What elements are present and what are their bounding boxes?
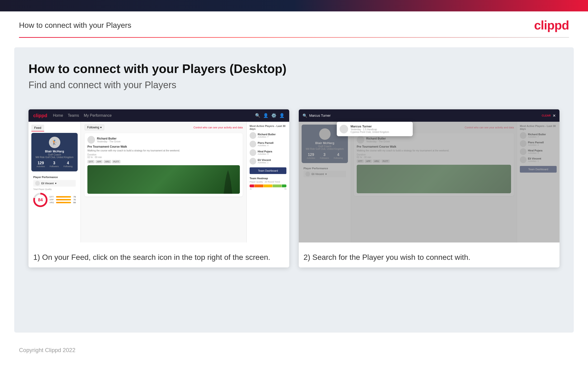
center-feed: Following ▾ Control who can see your act… bbox=[81, 122, 246, 242]
pp-avatar bbox=[35, 181, 40, 186]
tag-ott: OTT bbox=[88, 160, 95, 163]
arg-bar bbox=[56, 202, 71, 203]
pl-avatar bbox=[250, 158, 256, 165]
pl-name: Eli Vincent bbox=[258, 158, 271, 161]
app-tag: APP bbox=[49, 199, 55, 201]
activity-header: Richard Butler Yesterday · The Grove bbox=[88, 136, 240, 144]
search-icon-2: 🔍 bbox=[303, 113, 307, 118]
list-item: Piers Parnell Activities: 4 bbox=[250, 141, 286, 147]
feed-sidebar: Feed 🏌️ Blair McHarg Golf Coach Mill Rid… bbox=[28, 122, 81, 242]
activity-card: Richard Butler Yesterday · The Grove Pre… bbox=[85, 133, 243, 197]
stat-followers: 3 Followers bbox=[50, 161, 59, 168]
pp-chevron: ▾ bbox=[55, 182, 57, 185]
ott-value: 79 bbox=[72, 196, 76, 198]
activity-player-name: Richard Butler bbox=[97, 137, 121, 140]
heatmap-section: Team Heatmap Player Quality · 20 Round T… bbox=[250, 177, 286, 187]
following-btn[interactable]: Following ▾ bbox=[85, 125, 104, 130]
team-dashboard-btn[interactable]: Team Dashboard bbox=[250, 167, 286, 174]
profile-role: Golf Coach bbox=[34, 153, 75, 156]
quality-row-arg: ARG 84 bbox=[49, 201, 76, 204]
heatmap-title: Team Heatmap bbox=[250, 177, 286, 180]
profile-section: 🏌️ Blair McHarg Golf Coach Mill Ride Gol… bbox=[31, 133, 78, 171]
people-icon[interactable]: 👤 bbox=[263, 113, 268, 118]
sr-info: Marcus Turner Yesterday · 1.5 Handicap C… bbox=[351, 125, 389, 133]
quality-row-app: APP 70 bbox=[49, 199, 76, 201]
nav-icons: 🔍 👤 ⚙️ 👤 bbox=[255, 113, 284, 118]
big-score: 84 bbox=[33, 193, 47, 207]
search-icon[interactable]: 🔍 bbox=[255, 113, 260, 118]
pp-player-name: Eli Vincent bbox=[41, 182, 54, 185]
list-item: Richard Butler Activities: 7 bbox=[250, 132, 286, 139]
main-subheading: Find and connect with your Players bbox=[28, 80, 560, 90]
profile-club: Mill Ride Golf Club, United Kingdom bbox=[34, 156, 75, 158]
top-bar bbox=[0, 0, 588, 11]
footer: Copyright Clippd 2022 bbox=[0, 342, 588, 358]
search-result-dropdown: Marcus Turner Yesterday · 1.5 Handicap C… bbox=[337, 122, 413, 136]
tag-app: APP bbox=[96, 160, 103, 163]
nav-teams[interactable]: Teams bbox=[68, 113, 79, 118]
tag-arg: ARG bbox=[104, 160, 111, 163]
heatmap-bar bbox=[250, 184, 286, 187]
feed-tab[interactable]: Feed bbox=[31, 125, 44, 131]
ott-bar bbox=[56, 196, 71, 198]
golfer-silhouette bbox=[221, 170, 235, 194]
activity-title: Pre Tournament Course Walk bbox=[88, 145, 240, 148]
arg-tag: ARG bbox=[49, 201, 55, 204]
app-bar bbox=[56, 199, 71, 200]
right-panel-1: Most Active Players - Last 30 days Richa… bbox=[246, 122, 289, 242]
nav-items: Home Teams My Performance bbox=[53, 113, 112, 118]
screenshots-grid: clippd Home Teams My Performance 🔍 bbox=[28, 109, 560, 267]
main-heading: How to connect with your Players (Deskto… bbox=[28, 62, 560, 76]
activity-duration: Duration 02 hr : 00 min bbox=[88, 153, 240, 158]
activity-tags: OTT APP ARG PUTT bbox=[88, 160, 240, 163]
profile-avatar: 🏌️ bbox=[49, 137, 60, 148]
following-header: Following ▾ Control who can see your act… bbox=[85, 125, 243, 130]
activity-image bbox=[88, 165, 240, 194]
pp-selector[interactable]: Eli Vincent ▾ bbox=[33, 180, 76, 187]
clear-btn[interactable]: CLEAR bbox=[542, 114, 551, 117]
app-mockup-2: clippd Home Teams My Performance bbox=[299, 109, 560, 242]
step-1-desc: 1) On your Feed, click on the search ico… bbox=[28, 242, 289, 267]
ott-tag: OTT bbox=[49, 196, 55, 198]
list-item: Eli Vincent Activities: 1 bbox=[250, 158, 286, 165]
list-item: Hiral Pujara Activities: 3 bbox=[250, 149, 286, 156]
pl-name: Piers Parnell bbox=[258, 141, 273, 144]
search-result-item[interactable]: Marcus Turner Yesterday · 1.5 Handicap C… bbox=[340, 125, 410, 133]
duration-value: 02 hr : 00 min bbox=[88, 156, 102, 158]
header: How to connect with your Players clippd bbox=[0, 11, 588, 37]
activity-avatar bbox=[88, 136, 95, 144]
settings-icon[interactable]: ⚙️ bbox=[271, 113, 276, 118]
app-content-1: Feed 🏌️ Blair McHarg Golf Coach Mill Rid… bbox=[28, 122, 289, 242]
tag-putt: PUTT bbox=[112, 160, 121, 163]
pl-avatar bbox=[250, 132, 256, 139]
score-value: 84 bbox=[35, 194, 46, 205]
profile-name: Blair McHarg bbox=[34, 149, 75, 153]
pl-name: Richard Butler bbox=[258, 133, 276, 136]
search-query[interactable]: Marcus Turner bbox=[309, 114, 540, 118]
search-overlay: Blair McHarg Golf Coach Mill Ride Golf C… bbox=[299, 122, 560, 242]
app-value: 70 bbox=[72, 199, 76, 201]
sr-meta-1: Yesterday · 1.5 Handicap bbox=[351, 128, 389, 131]
quality-label: Total Player Quality bbox=[33, 188, 76, 190]
nav-performance[interactable]: My Performance bbox=[84, 113, 112, 118]
pl-activities: Activities: 3 bbox=[258, 153, 272, 155]
nav-home[interactable]: Home bbox=[53, 113, 63, 118]
app-mockup-1: clippd Home Teams My Performance 🔍 bbox=[28, 109, 289, 242]
logo: clippd bbox=[534, 18, 569, 32]
app-logo: clippd bbox=[33, 113, 47, 118]
avatar-icon[interactable]: 👤 bbox=[279, 113, 284, 118]
sr-avatar bbox=[340, 125, 348, 133]
header-divider bbox=[19, 37, 569, 38]
activity-desc: Walking the course with my coach to buil… bbox=[88, 149, 240, 152]
quality-section: Total Player Quality 84 OTT bbox=[33, 188, 76, 209]
copyright: Copyright Clippd 2022 bbox=[19, 347, 75, 353]
player-performance-section: Player Performance Eli Vincent ▾ Total P… bbox=[31, 174, 78, 211]
close-btn[interactable]: ✕ bbox=[553, 113, 556, 118]
pl-activities: Activities: 7 bbox=[258, 136, 276, 138]
control-link[interactable]: Control who can see your activity and da… bbox=[193, 126, 243, 129]
pl-activities: Activities: 1 bbox=[258, 161, 271, 164]
duration-label: Duration bbox=[88, 153, 97, 156]
arg-value: 84 bbox=[72, 201, 76, 204]
main-content: How to connect with your Players (Deskto… bbox=[14, 47, 574, 332]
profile-stats: 129 Activities 3 Followers 4 Following bbox=[34, 161, 75, 168]
